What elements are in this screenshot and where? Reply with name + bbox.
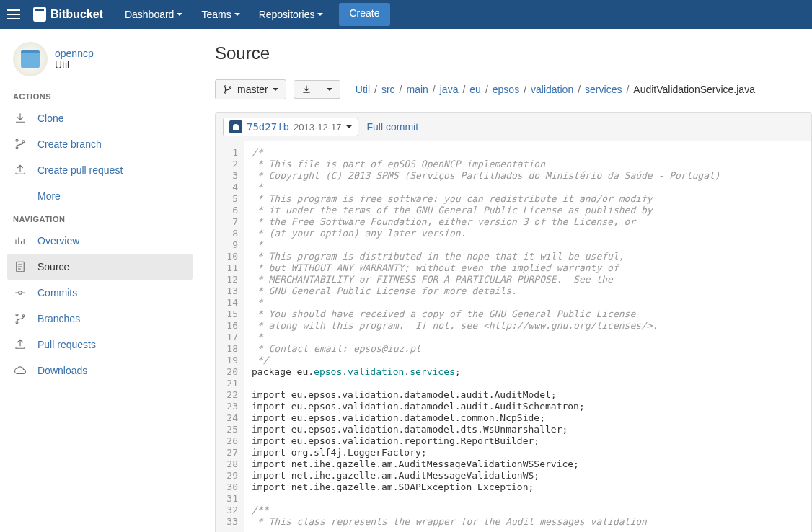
sidebar-item-label: Pull requests	[37, 339, 96, 350]
breadcrumb: Util/src/main/java/eu/epsos/validation/s…	[356, 84, 755, 95]
upload-icon	[13, 163, 27, 177]
breadcrumb-link[interactable]: services	[585, 84, 622, 95]
sidebar-item-overview[interactable]: Overview	[7, 228, 193, 254]
svg-point-5	[16, 314, 18, 316]
breadcrumb-link[interactable]: validation	[531, 84, 573, 95]
blank-icon	[13, 189, 27, 203]
breadcrumb-separator: /	[626, 84, 629, 95]
svg-point-0	[16, 139, 18, 141]
sidebar-item-more[interactable]: More	[7, 183, 193, 209]
nav-repositories[interactable]: Repositories	[250, 3, 332, 26]
sidebar-item-label: Branches	[37, 313, 80, 324]
bitbucket-logo[interactable]: Bitbucket	[33, 7, 103, 22]
download-dropdown[interactable]	[319, 80, 340, 99]
download-group	[294, 80, 340, 99]
commit-date: 2013-12-17	[294, 122, 342, 133]
repo-link[interactable]: openncp	[55, 48, 94, 59]
nav-dashboard[interactable]: Dashboard	[116, 3, 192, 26]
breadcrumb-current: AuditValidationService.java	[633, 84, 755, 95]
sidebar-item-label: Clone	[37, 112, 64, 124]
menu-icon[interactable]	[7, 6, 25, 23]
svg-point-2	[22, 141, 25, 143]
actions-label: ACTIONS	[7, 87, 193, 105]
cloud-icon	[13, 363, 27, 378]
sidebar-item-label: Downloads	[37, 365, 87, 376]
sidebar-item-source[interactable]: Source	[7, 254, 193, 280]
source-toolbar: master Util/src/main/java/eu/epsos/valid…	[215, 79, 812, 99]
user-avatar-icon	[229, 120, 242, 133]
breadcrumb-separator: /	[524, 84, 526, 95]
sidebar-item-branches[interactable]: Branches	[7, 306, 193, 332]
commit-hash: 75d27fb	[247, 121, 289, 133]
navigation-label: NAVIGATION	[7, 209, 193, 228]
breadcrumb-link[interactable]: eu	[469, 84, 481, 95]
branch-icon	[13, 311, 27, 326]
overview-icon	[13, 234, 27, 248]
breadcrumb-link[interactable]: Util	[356, 84, 370, 95]
line-gutter: 1234567891011121314151617181920212223242…	[216, 141, 244, 532]
sidebar-item-pull-requests[interactable]: Pull requests	[7, 332, 193, 358]
caret-down-icon	[273, 88, 278, 91]
repo-avatar-icon[interactable]	[13, 42, 48, 76]
repo-subtitle: Util	[55, 59, 94, 71]
svg-point-8	[224, 86, 226, 87]
document-icon	[13, 260, 27, 274]
svg-point-9	[224, 92, 226, 93]
create-button[interactable]: Create	[339, 3, 389, 26]
branch-name: master	[237, 84, 268, 95]
sidebar-item-commits[interactable]: Commits	[7, 280, 193, 306]
sidebar-item-clone[interactable]: Clone	[7, 105, 193, 131]
bucket-icon	[33, 7, 46, 22]
full-commit-link[interactable]: Full commit	[367, 121, 419, 133]
divider	[348, 80, 348, 99]
caret-down-icon	[234, 13, 240, 16]
breadcrumb-separator: /	[374, 84, 377, 95]
download-button[interactable]	[294, 80, 319, 99]
download-icon	[13, 111, 27, 125]
code-content: /* * This file is part of epSOS OpenNCP …	[244, 141, 728, 532]
svg-point-10	[229, 87, 231, 88]
breadcrumb-separator: /	[462, 84, 465, 95]
nav-teams[interactable]: Teams	[193, 3, 248, 26]
svg-point-1	[16, 147, 18, 149]
sidebar-item-label: Create branch	[37, 138, 102, 150]
breadcrumb-link[interactable]: src	[381, 84, 395, 95]
branch-selector[interactable]: master	[215, 79, 286, 99]
caret-down-icon	[327, 88, 332, 91]
breadcrumb-separator: /	[578, 84, 581, 95]
commit-icon	[13, 285, 27, 300]
page-title: Source	[215, 43, 812, 63]
branch-icon	[13, 137, 27, 151]
upload-icon	[13, 337, 27, 352]
commit-selector[interactable]: 75d27fb 2013-12-17	[223, 118, 358, 136]
sidebar-item-label: More	[37, 190, 61, 202]
svg-point-4	[19, 291, 22, 295]
svg-point-7	[22, 315, 25, 317]
commit-bar: 75d27fb 2013-12-17 Full commit	[215, 112, 812, 141]
sidebar-item-label: Overview	[37, 235, 79, 247]
sidebar-item-label: Source	[37, 261, 69, 272]
svg-point-6	[16, 322, 18, 324]
sidebar-item-create-pr[interactable]: Create pull request	[7, 157, 193, 183]
sidebar-item-downloads[interactable]: Downloads	[7, 358, 193, 384]
breadcrumb-separator: /	[485, 84, 488, 95]
caret-down-icon	[346, 125, 352, 128]
main-content: Source master Util/src/main/java/eu/epso…	[200, 29, 812, 532]
top-nav: Bitbucket Dashboard Teams Repositories C…	[0, 0, 812, 29]
breadcrumb-link[interactable]: java	[440, 84, 459, 95]
nav-items: Dashboard Teams Repositories Create	[116, 3, 390, 26]
sidebar-item-create-branch[interactable]: Create branch	[7, 131, 193, 157]
breadcrumb-separator: /	[433, 84, 436, 95]
logo-text: Bitbucket	[50, 8, 103, 21]
caret-down-icon	[317, 13, 323, 16]
branch-icon	[223, 84, 233, 94]
breadcrumb-link[interactable]: epsos	[493, 84, 519, 95]
breadcrumb-link[interactable]: main	[406, 84, 428, 95]
source-code-view: 1234567891011121314151617181920212223242…	[215, 141, 812, 532]
sidebar-item-label: Create pull request	[37, 164, 123, 176]
caret-down-icon	[177, 13, 182, 16]
sidebar: openncp Util ACTIONS Clone Create branch…	[0, 29, 200, 532]
download-icon	[301, 84, 312, 94]
repo-header: openncp Util	[7, 39, 193, 87]
breadcrumb-separator: /	[400, 84, 402, 95]
